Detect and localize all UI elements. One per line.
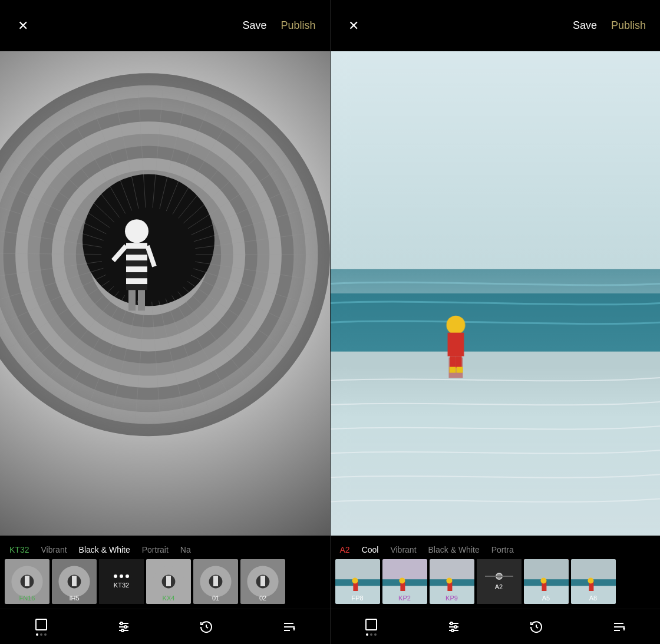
dot3 [126,574,129,578]
left-filter-ih5[interactable]: IH5 [52,559,97,604]
left-toolbar-history[interactable] [199,620,213,634]
right-filter-a5[interactable]: A5 [524,559,569,604]
right-frame-icon [364,617,378,632]
left-toolbar-favorites[interactable] [282,620,296,634]
left-thumb-kt32-label: KT32 [114,582,129,589]
right-filter-a8[interactable]: A8 [571,559,616,604]
right-thumb-fp8-label: FP8 [335,595,380,602]
svg-point-5 [124,626,127,628]
right-save-button[interactable]: Save [573,19,597,32]
right-filter-tabs: A2 Cool Vibrant Black & White Portra [331,536,661,559]
left-thumb-02-label: 02 [240,595,285,602]
right-tab-bw[interactable]: Black & White [428,545,480,554]
right-photo-canvas [331,51,661,536]
right-filter-kp2[interactable]: KP2 [382,559,427,604]
right-toolbar-favorites[interactable] [612,620,626,634]
svg-line-8 [206,627,208,628]
left-photo [0,51,330,536]
left-filter-kx4[interactable]: KX4 [146,559,191,604]
left-thumb-kx4-label: KX4 [146,595,191,602]
right-panel: ✕ Save Publish A2 Cool Vibrant Black & W… [331,0,661,644]
right-thumb-a5-label: A5 [524,595,569,602]
right-history-icon [529,620,543,634]
right-photo [331,51,661,536]
right-favorites-icon [612,620,626,634]
right-adjust-icon [447,620,461,634]
left-panel: ✕ Save Publish KT32 Vibrant Black & Whit… [0,0,330,644]
right-toolbar-adjust[interactable] [447,620,461,634]
right-tab-portrait[interactable]: Portra [491,545,514,554]
right-a2-content: A2 [485,573,513,590]
right-filter-section: A2 Cool Vibrant Black & White Portra FP8… [331,536,661,609]
left-toolbar-adjust[interactable] [117,620,131,634]
right-thumb-kp2-label: KP2 [382,595,427,602]
dot-active [36,633,38,636]
left-save-button[interactable]: Save [242,19,266,32]
svg-rect-0 [36,619,47,630]
svg-rect-14 [366,619,377,630]
right-header-actions: Save Publish [573,19,646,32]
svg-point-6 [121,629,124,632]
adjust-icon [117,620,131,634]
right-toolbar-frame[interactable] [364,617,378,636]
left-filter-02[interactable]: 02 [240,559,285,604]
right-header: ✕ Save Publish [331,0,661,51]
left-publish-button[interactable]: Publish [280,19,315,32]
right-close-button[interactable]: ✕ [345,17,362,35]
left-close-button[interactable]: ✕ [14,17,32,35]
right-dot-inactive2 [374,633,377,636]
right-filter-a2[interactable]: A2 [477,559,522,604]
frame-icon [34,617,48,632]
right-filter-kp9[interactable]: KP9 [430,559,474,604]
svg-line-22 [536,627,538,628]
left-kt32-content: KT32 [114,574,129,589]
right-tab-vibrant[interactable]: Vibrant [390,545,416,554]
history-icon [199,620,213,634]
left-filter-section: KT32 Vibrant Black & White Portrait Na F… [0,536,330,609]
left-toolbar-frame[interactable] [34,617,48,636]
left-filter-kt32[interactable]: KT32 [99,559,144,604]
right-photo-area [331,51,661,536]
left-tab-portrait[interactable]: Portrait [142,545,169,554]
left-tab-na[interactable]: Na [180,545,191,554]
dot1 [114,574,117,578]
right-frame-dots [366,633,377,636]
dot-inactive2 [44,633,47,636]
left-photo-canvas [0,51,330,536]
right-filter-fp8[interactable]: FP8 [335,559,380,604]
right-filter-thumbnails: FP8 KP2 KP9 A2 [331,559,661,609]
svg-point-4 [120,622,123,625]
left-thumb-ih5-label: IH5 [52,595,97,602]
right-toolbar-history[interactable] [529,620,543,634]
left-filter-fn16[interactable]: FN16 [5,559,50,604]
right-thumb-a2-label: A2 [495,583,503,590]
left-filter-tabs: KT32 Vibrant Black & White Portrait Na [0,536,330,559]
right-a2-icon-wrap [485,573,513,580]
right-bottom-toolbar [331,609,661,644]
right-thumb-kp9-label: KP9 [430,595,474,602]
left-tab-bw[interactable]: Black & White [79,545,130,554]
right-publish-button[interactable]: Publish [611,19,646,32]
favorites-icon [282,620,296,634]
left-thumb-fn16-label: FN16 [5,595,50,602]
left-filter-01[interactable]: 01 [193,559,238,604]
dot-inactive [40,633,42,636]
left-filter-thumbnails: FN16 IH5 KT32 [0,559,330,609]
right-dot-active [366,633,368,636]
svg-point-18 [450,622,453,625]
dot2 [120,574,123,578]
left-tab-kt32[interactable]: KT32 [9,545,29,554]
right-dot-inactive [370,633,372,636]
left-header: ✕ Save Publish [0,0,330,51]
right-tab-a2[interactable]: A2 [340,545,350,554]
left-frame-dots [36,633,47,636]
right-a2-line [485,576,513,577]
right-tab-cool[interactable]: Cool [362,545,379,554]
svg-point-19 [454,626,457,628]
left-thumb-01-label: 01 [193,595,238,602]
left-kt32-dots [114,574,129,578]
left-photo-area [0,51,330,536]
svg-point-20 [451,629,454,632]
left-header-actions: Save Publish [242,19,315,32]
left-tab-vibrant[interactable]: Vibrant [41,545,67,554]
